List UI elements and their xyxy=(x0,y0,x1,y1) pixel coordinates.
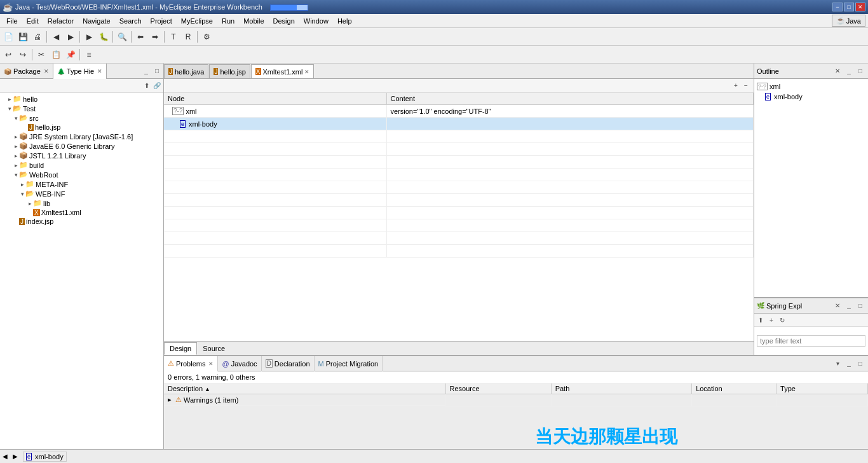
print-button[interactable]: 🖨 xyxy=(31,30,44,44)
xml-row-body[interactable]: e xml-body xyxy=(164,118,754,130)
spring-refresh[interactable]: ↻ xyxy=(777,315,787,325)
collapse-all-button[interactable]: ⬆ xyxy=(142,81,152,91)
save-button[interactable]: 💾 xyxy=(16,30,30,44)
tree-item-jstl[interactable]: ▸ 📦 JSTL 1.2.1 Library xyxy=(0,151,163,160)
outline-min[interactable]: _ xyxy=(844,66,854,76)
tab-javadoc[interactable]: @ Javadoc xyxy=(218,356,261,371)
tree-item-test[interactable]: ▾ 📂 Test xyxy=(0,104,163,113)
java-perspective-button[interactable]: ☕ Java xyxy=(832,15,865,27)
source-tab[interactable]: Source xyxy=(197,342,231,355)
spring-close[interactable]: ✕ xyxy=(832,301,843,311)
tab-project-migration[interactable]: M Project Migration xyxy=(315,356,383,371)
minimize-panel-button[interactable]: _ xyxy=(141,66,151,76)
menu-myeclipse[interactable]: MyEclipse xyxy=(177,16,217,26)
menu-project[interactable]: Project xyxy=(147,16,176,26)
spring-collapse[interactable]: ⬆ xyxy=(756,315,766,325)
tree-item-lib[interactable]: ▸ 📁 lib xyxy=(0,198,163,208)
copy-button[interactable]: 📋 xyxy=(49,48,63,62)
prev-edit-button[interactable]: ⬅ xyxy=(133,30,147,44)
tree-item-xmltest1[interactable]: X Xmltest1.xml xyxy=(0,208,163,217)
tree-item-hello[interactable]: ▸ 📁 hello xyxy=(0,94,163,104)
col-description[interactable]: Description ▲ xyxy=(164,384,445,394)
expand-src[interactable]: ▾ xyxy=(13,115,19,121)
expand-jre[interactable]: ▸ xyxy=(13,134,19,140)
tab-xmltest1[interactable]: X Xmltest1.xml ✕ xyxy=(251,64,315,78)
tree-item-src[interactable]: ▾ 📂 src xyxy=(0,113,163,123)
tab-hello-java[interactable]: J hello.java xyxy=(164,64,208,78)
scroll-left[interactable]: ◀ xyxy=(3,453,8,460)
col-resource[interactable]: Resource xyxy=(445,384,551,394)
format-button[interactable]: ≡ xyxy=(82,48,96,62)
xml-content-cell-body[interactable] xyxy=(386,118,754,130)
tree-item-meta-inf[interactable]: ▸ 📁 META-INF xyxy=(0,179,163,189)
open-resource-button[interactable]: R xyxy=(181,30,195,44)
bottom-maximize[interactable]: □ xyxy=(855,359,865,369)
expand-lib[interactable]: ▸ xyxy=(27,200,33,207)
outline-close[interactable]: ✕ xyxy=(832,66,843,76)
tab-problems[interactable]: ⚠ Problems ✕ xyxy=(164,356,218,371)
col-path[interactable]: Path xyxy=(551,384,692,394)
scroll-right[interactable]: ▶ xyxy=(13,453,18,460)
warnings-group-row[interactable]: ▸ ⚠ Warnings (1 item) xyxy=(164,394,868,406)
expand-javaee[interactable]: ▸ xyxy=(13,143,19,149)
link-editor-button[interactable]: 🔗 xyxy=(152,81,162,91)
maximize-panel-button[interactable]: □ xyxy=(152,66,162,76)
new-button[interactable]: 📄 xyxy=(1,30,15,44)
expand-jstl[interactable]: ▸ xyxy=(13,153,19,159)
menu-window[interactable]: Window xyxy=(300,16,332,26)
collapse-all-editor[interactable]: − xyxy=(741,81,751,91)
menu-mobile[interactable]: Mobile xyxy=(240,16,268,26)
design-tab[interactable]: Design xyxy=(164,342,197,355)
menu-refactor[interactable]: Refactor xyxy=(44,16,78,26)
tree-item-hello-jsp[interactable]: J hello.jsp xyxy=(0,123,163,132)
minimize-button[interactable]: − xyxy=(832,3,843,11)
expand-meta-inf[interactable]: ▸ xyxy=(19,181,25,188)
tree-item-jre[interactable]: ▸ 📦 JRE System Library [JavaSE-1.6] xyxy=(0,132,163,141)
tree-item-web-inf[interactable]: ▾ 📂 WEB-INF xyxy=(0,189,163,198)
tree-item-build[interactable]: ▸ 📁 build xyxy=(0,160,163,170)
package-tab-close[interactable]: ✕ xyxy=(44,68,49,74)
col-location[interactable]: Location xyxy=(692,384,776,394)
outline-item-xml[interactable]: ?-? xml xyxy=(757,81,865,92)
package-explorer-tab[interactable]: 📦 Package ✕ xyxy=(0,64,53,79)
menu-navigate[interactable]: Navigate xyxy=(79,16,114,26)
tree-item-javaee[interactable]: ▸ 📦 JavaEE 6.0 Generic Library xyxy=(0,141,163,151)
back-button[interactable]: ◀ xyxy=(49,30,63,44)
expand-test[interactable]: ▾ xyxy=(6,106,13,112)
server-button[interactable]: ⚙ xyxy=(200,30,214,44)
tab-hello-jsp[interactable]: J hello.jsp xyxy=(209,64,250,78)
spring-add[interactable]: + xyxy=(766,315,776,325)
spring-min[interactable]: _ xyxy=(844,301,854,311)
spring-max[interactable]: □ xyxy=(855,301,865,311)
menu-edit[interactable]: Edit xyxy=(23,16,43,26)
bottom-minimize[interactable]: _ xyxy=(844,359,854,369)
search-button[interactable]: 🔍 xyxy=(115,30,129,44)
forward-button[interactable]: ▶ xyxy=(64,30,78,44)
expand-hello[interactable]: ▸ xyxy=(6,96,13,102)
debug-button[interactable]: 🐛 xyxy=(97,30,111,44)
open-type-button[interactable]: T xyxy=(166,30,180,44)
bottom-view-menu[interactable]: ▾ xyxy=(832,359,843,369)
menu-help[interactable]: Help xyxy=(334,16,356,26)
type-hierarchy-close[interactable]: ✕ xyxy=(97,68,102,74)
expand-build[interactable]: ▸ xyxy=(13,162,19,169)
outline-max[interactable]: □ xyxy=(855,66,865,76)
tree-item-index-jsp[interactable]: J index.jsp xyxy=(0,217,163,226)
expand-webroot[interactable]: ▾ xyxy=(13,172,19,178)
type-hierarchy-tab[interactable]: 🌲 Type Hie ✕ xyxy=(53,64,107,79)
tab-declaration[interactable]: D Declaration xyxy=(262,356,315,371)
menu-run[interactable]: Run xyxy=(218,16,238,26)
redo-button[interactable]: ↪ xyxy=(16,48,30,62)
menu-search[interactable]: Search xyxy=(116,16,146,26)
run-button[interactable]: ▶ xyxy=(82,30,96,44)
xml-body-content-input[interactable] xyxy=(391,120,750,128)
menu-file[interactable]: File xyxy=(3,16,22,26)
expand-web-inf[interactable]: ▾ xyxy=(19,191,25,197)
xmltest1-tab-close[interactable]: ✕ xyxy=(304,69,309,75)
outline-item-xmlbody[interactable]: e xml-body xyxy=(757,92,865,102)
next-edit-button[interactable]: ➡ xyxy=(148,30,162,44)
col-type[interactable]: Type xyxy=(776,384,868,394)
maximize-button[interactable]: □ xyxy=(844,3,854,11)
title-bar-controls[interactable]: − □ ✕ xyxy=(832,3,865,11)
add-node-button[interactable]: + xyxy=(731,81,741,91)
